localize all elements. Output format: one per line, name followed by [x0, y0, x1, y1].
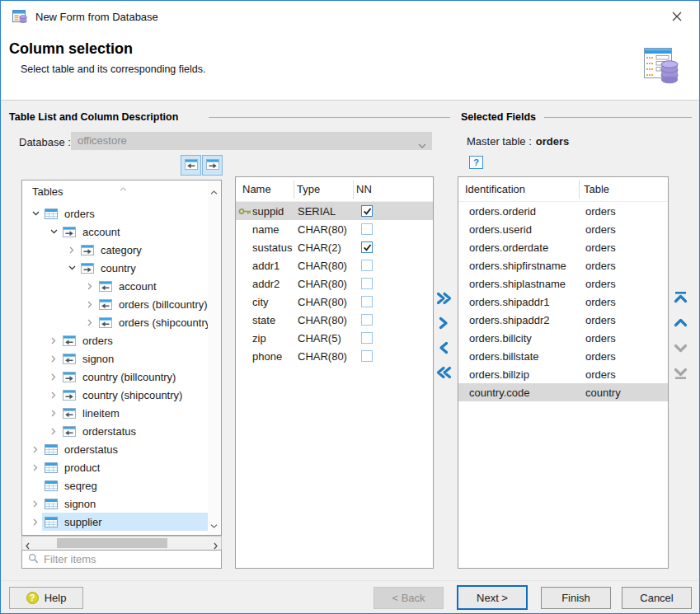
column-header-table[interactable]: Table [584, 183, 609, 195]
tree-row[interactable]: orders [22, 204, 208, 223]
selected-field-row[interactable]: orders.shipaddr2orders [458, 311, 668, 329]
column-row[interactable]: suppidSERIAL [236, 202, 433, 220]
scrollbar-thumb[interactable] [57, 538, 167, 548]
tree-expander-icon[interactable] [47, 355, 60, 363]
tree-row[interactable]: signon [22, 494, 208, 513]
tree-expander-icon[interactable] [47, 410, 60, 417]
tree-item[interactable]: account [96, 277, 208, 295]
tree-row[interactable]: category [22, 241, 208, 259]
tree-item[interactable]: country (shipcountry) [60, 386, 208, 404]
tree-expander-icon[interactable] [29, 518, 42, 526]
column-row[interactable]: zipCHAR(5) [236, 329, 433, 347]
nn-checkbox[interactable] [361, 205, 373, 217]
tree-item[interactable]: seqreg [42, 476, 208, 494]
scroll-down-icon[interactable] [210, 518, 218, 531]
help-button[interactable]: ? Help [9, 587, 83, 609]
tree-item[interactable]: supplier [42, 513, 208, 531]
tree-row[interactable]: orderstatus [22, 422, 208, 440]
tree-expander-icon[interactable] [83, 319, 96, 326]
nn-checkbox[interactable] [361, 296, 373, 307]
tree-row[interactable]: lineitem [22, 404, 208, 422]
tree-item[interactable]: lineitem [60, 404, 208, 422]
filter-field[interactable] [21, 550, 222, 569]
tree-item[interactable]: country [78, 259, 208, 277]
tree-expander-icon[interactable] [65, 265, 78, 270]
tree-row[interactable]: orders (shipcountry) [22, 313, 208, 331]
move-up-button[interactable] [674, 314, 688, 331]
column-row[interactable]: addr2CHAR(80) [236, 274, 433, 293]
tree-item[interactable]: orders (billcountry) [96, 295, 208, 313]
nn-checkbox[interactable] [361, 278, 373, 289]
column-row[interactable]: phoneCHAR(80) [236, 347, 433, 365]
nn-checkbox[interactable] [361, 223, 373, 235]
tree-row[interactable]: seqreg [22, 476, 208, 494]
cancel-button[interactable]: Cancel [622, 587, 692, 609]
database-select[interactable]: officestore [71, 132, 432, 150]
finish-button[interactable]: Finish [541, 587, 611, 609]
tree-expander-icon[interactable] [47, 229, 60, 234]
back-button[interactable]: < Back [373, 587, 444, 609]
selected-field-row[interactable]: orders.billziporders [458, 365, 668, 383]
tree-item[interactable]: orders [60, 331, 208, 349]
tree-item[interactable]: orders [42, 204, 208, 223]
tree-row[interactable]: country [22, 259, 208, 277]
scroll-up-icon[interactable] [210, 185, 218, 197]
tree-row[interactable]: account [22, 277, 208, 295]
column-row[interactable]: addr1CHAR(80) [236, 256, 433, 274]
move-left-button[interactable] [439, 339, 449, 357]
move-all-left-button[interactable] [436, 363, 452, 382]
column-row[interactable]: stateCHAR(80) [236, 311, 433, 329]
column-row[interactable]: cityCHAR(80) [236, 293, 433, 311]
selected-field-row[interactable]: orders.shipfirstnameorders [458, 256, 668, 274]
tree-horizontal-scrollbar[interactable] [21, 536, 222, 551]
tree-item[interactable]: signon [42, 494, 208, 513]
tree-item[interactable]: orderstatus [60, 422, 208, 440]
nn-checkbox[interactable] [361, 314, 373, 326]
move-right-button[interactable] [439, 314, 449, 332]
filter-input[interactable] [44, 553, 221, 565]
tree-expander-icon[interactable] [47, 337, 60, 344]
tree-expander-icon[interactable] [83, 301, 96, 308]
tree-row[interactable]: orders (billcountry) [22, 295, 208, 313]
tree-expander-icon[interactable] [47, 373, 60, 381]
column-row[interactable]: sustatusCHAR(2) [236, 238, 433, 256]
tree-item[interactable]: category [78, 241, 208, 259]
column-header-name[interactable]: Name [242, 183, 271, 195]
column-header-nn[interactable]: NN [356, 183, 372, 195]
tree-expander-icon[interactable] [47, 391, 60, 399]
nn-checkbox[interactable] [361, 332, 373, 344]
show-referencing-tables-button[interactable] [181, 155, 201, 176]
tree-expander-icon[interactable] [29, 211, 42, 216]
nn-checkbox[interactable] [361, 350, 373, 362]
nn-checkbox[interactable] [361, 260, 373, 271]
tree-item[interactable]: account [60, 223, 208, 241]
column-row[interactable]: nameCHAR(80) [236, 220, 433, 238]
selected-field-row[interactable]: orders.shiplastnameorders [458, 274, 668, 293]
tree-row[interactable]: account [22, 223, 208, 241]
tree-expander-icon[interactable] [29, 500, 42, 508]
selected-field-row[interactable]: country.codecountry [458, 383, 668, 401]
move-top-button[interactable] [674, 288, 688, 306]
move-bottom-button[interactable] [674, 365, 688, 382]
selected-field-row[interactable]: orders.shipaddr1orders [458, 293, 668, 311]
tree-item[interactable]: orders (shipcountry) [96, 313, 208, 331]
column-header-identification[interactable]: Identification [465, 183, 525, 195]
tree-item[interactable]: signon [60, 349, 208, 368]
tree-row[interactable]: product [22, 458, 208, 476]
tables-column-header[interactable]: Tables [22, 180, 208, 204]
tree-expander-icon[interactable] [29, 446, 42, 453]
tree-item[interactable]: product [42, 458, 208, 476]
selected-field-row[interactable]: orders.useridorders [458, 220, 668, 238]
tree-expander-icon[interactable] [47, 428, 60, 435]
tree-expander-icon[interactable] [29, 464, 42, 471]
tree-row[interactable]: country (shipcountry) [22, 386, 208, 404]
context-help-button[interactable]: ? [469, 156, 483, 169]
selected-field-row[interactable]: orders.orderdateorders [458, 238, 668, 256]
tree-row[interactable]: signon [22, 349, 208, 368]
selected-field-row[interactable]: orders.billstateorders [458, 347, 668, 365]
tree-item[interactable]: orderstatus [42, 440, 208, 458]
tree-row[interactable]: supplier [22, 513, 208, 531]
next-button[interactable]: Next > [457, 585, 528, 610]
tree-expander-icon[interactable] [65, 246, 78, 254]
move-all-right-button[interactable] [436, 289, 452, 307]
